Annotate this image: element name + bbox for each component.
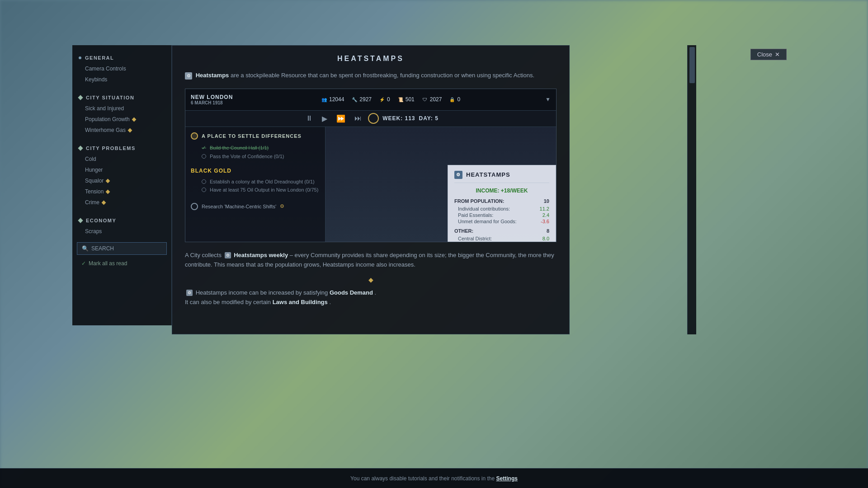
sidebar-section-economy: ECONOMY Scraps — [72, 215, 171, 237]
tension-label: Tension — [85, 188, 104, 195]
guards-icon: 🔒 — [449, 96, 455, 103]
crime-label: Crime — [85, 199, 99, 206]
sidebar-item-squalor[interactable]: Squalor — [72, 175, 171, 186]
close-label: Close — [757, 51, 772, 58]
wood-value: 2927 — [359, 96, 372, 103]
faith-icon: 🛡 — [422, 96, 428, 103]
quest-name-black-gold: BLACK GOLD — [191, 168, 320, 174]
bottom-bar-settings-link[interactable]: Settings — [496, 475, 518, 482]
sidebar-item-sick-injured[interactable]: Sick and Injured — [72, 103, 171, 114]
fast-forward-max-button[interactable]: ⏭ — [352, 113, 364, 123]
sidebar-section-city-situation-header: CITY SITUATION — [72, 92, 171, 103]
quest-item-black-gold: BLACK GOLD Establish a colony at the Old… — [191, 168, 320, 194]
unmet-demand-label: Unmet demand for Goods: — [458, 219, 517, 224]
game-screenshot: NEW LONDON 6 MARCH 1918 👥 12044 🔧 2927 ⚡… — [185, 89, 557, 242]
hs-row-central-district: Central District: 8.0 — [454, 235, 549, 242]
population-growth-diamond-icon — [132, 117, 136, 122]
quest-research-label: Research 'Machine-Centric Shifts' — [202, 204, 276, 209]
sidebar-item-camera-controls[interactable]: Camera Controls — [72, 63, 171, 74]
coal-icon: ⚡ — [379, 96, 385, 103]
research-icon: ⚙ — [280, 203, 284, 209]
city-date: 6 MARCH 1918 — [191, 100, 236, 105]
income-label: INCOME: — [476, 188, 499, 194]
sidebar-item-tension[interactable]: Tension — [72, 186, 171, 197]
hs-income: INCOME: +18/WEEK — [454, 188, 549, 194]
para2-keyword1: Goods Demand — [330, 289, 373, 296]
quest-circle-active — [191, 132, 198, 140]
game-main: A PLACE TO SETTLE DIFFERENCES ✓ Build th… — [185, 127, 556, 242]
sick-injured-label: Sick and Injured — [85, 105, 124, 112]
sidebar-item-winterhome-gas[interactable]: Winterhome Gas — [72, 125, 171, 136]
quest-task-colony: Establish a colony at the Old Dreadnough… — [191, 178, 320, 186]
sidebar-section-general-header: GENERAL — [72, 52, 171, 63]
search-icon: 🔍 — [82, 245, 89, 252]
city-problems-label: CITY PROBLEMS — [86, 145, 136, 151]
heatstamps-popup: ⚙ HEATSTAMPS INCOME: +18/WEEK FROM POPUL… — [448, 165, 556, 242]
sidebar-section-city-problems: CITY PROBLEMS Cold Hunger Squalor Tensio… — [72, 143, 171, 208]
squalor-diamond-icon — [106, 178, 110, 183]
para1-pre: A City collects — [185, 252, 222, 258]
cold-label: Cold — [85, 156, 96, 162]
para2-end: . — [329, 299, 331, 305]
sidebar-section-city-problems-header: CITY PROBLEMS — [72, 143, 171, 154]
play-button[interactable]: ▶ — [319, 113, 330, 124]
general-dot-icon — [79, 56, 81, 59]
population-growth-label: Population Growth — [85, 116, 130, 122]
income-value: +18/WEEK — [501, 188, 528, 194]
quest-research-item: Research 'Machine-Centric Shifts' ⚙ — [191, 201, 320, 212]
city-problems-diamond-icon — [78, 145, 83, 150]
mark-all-read-button[interactable]: ✓ Mark all as read — [72, 258, 171, 269]
unmet-demand-value: -3.6 — [541, 219, 549, 224]
fast-forward-button[interactable]: ⏩ — [334, 113, 348, 124]
heatstamps-keyword: Heatstamps — [196, 72, 229, 79]
sidebar-item-hunger[interactable]: Hunger — [72, 164, 171, 175]
other-label: OTHER: — [454, 228, 473, 234]
scrollbar-handle[interactable] — [689, 47, 695, 83]
sidebar-item-cold[interactable]: Cold — [72, 154, 171, 164]
para1-adverb: weekly — [269, 252, 288, 258]
intro-text: ⚙ Heatstamps are a stockpileable Resourc… — [185, 71, 557, 80]
tension-diamond-icon — [106, 189, 110, 194]
pause-button[interactable]: ⏸ — [303, 113, 316, 123]
body-paragraph-1: A City collects ⚙ Heatstamps weekly – ev… — [185, 250, 557, 270]
faith-value: 2027 — [430, 96, 442, 103]
hs-section-from-pop: FROM POPULATION: 10 Individual contribut… — [454, 198, 549, 225]
hud-arrow-down: ▼ — [545, 96, 551, 103]
search-label: SEARCH — [91, 245, 114, 252]
intro-rest-text: are a stockpileable Resource that can be… — [231, 72, 534, 79]
heatstamps-hud-icon: 📜 — [397, 96, 404, 103]
sidebar-section-city-situation: CITY SITUATION Sick and Injured Populati… — [72, 92, 171, 136]
heatstamps-body-icon: ⚙ — [225, 252, 231, 258]
from-pop-label: FROM POPULATION: — [454, 198, 504, 204]
hs-popup-title-text: HEATSTAMPS — [466, 171, 510, 178]
hud-res-faith: 🛡 2027 — [422, 96, 442, 103]
sidebar-item-scraps[interactable]: Scraps — [72, 226, 171, 237]
task-circle-colony-icon — [202, 179, 206, 184]
quest-task-council-hall: ✓ Build the Council Hall (1/1) — [191, 143, 320, 152]
task-vote-label: Pass the Vote of Confidence (0/1) — [210, 154, 284, 159]
task-colony-label: Establish a colony at the Old Dreadnough… — [210, 179, 315, 184]
sidebar-item-crime[interactable]: Crime — [72, 197, 171, 208]
para1-keyword: Heatstamps — [234, 252, 267, 258]
close-icon: ✕ — [775, 51, 780, 58]
wood-icon: 🔧 — [351, 96, 358, 103]
task-circle-icon — [202, 154, 206, 159]
sidebar-scrollbar[interactable] — [687, 45, 696, 334]
hs-row-individual: Individual contributions: 11.2 — [454, 206, 549, 212]
mark-all-read-label: Mark all as read — [89, 260, 127, 267]
task-council-hall-label: Build the Council Hall (1/1) — [210, 145, 269, 150]
city-situation-diamond-icon — [78, 95, 83, 100]
sidebar-item-keybinds[interactable]: Keybinds — [72, 74, 171, 85]
winterhome-gas-diamond-icon — [128, 128, 132, 132]
body-paragraph-2: ⚙ Heatstamps income can be increased by … — [185, 288, 557, 307]
paid-essentials-label: Paid Essentials: — [458, 212, 493, 218]
central-district-value: 8.0 — [542, 236, 549, 241]
sidebar-item-population-growth[interactable]: Population Growth — [72, 114, 171, 125]
page-title: HEATSTAMPS — [185, 55, 557, 63]
hud-res-coal: ⚡ 0 — [379, 96, 390, 103]
hud-res-wood: 🔧 2927 — [351, 96, 372, 103]
close-button[interactable]: Close ✕ — [750, 49, 787, 60]
economy-diamond-icon — [78, 218, 83, 223]
keybinds-label: Keybinds — [85, 76, 107, 83]
sidebar-search[interactable]: 🔍 SEARCH — [77, 242, 167, 255]
